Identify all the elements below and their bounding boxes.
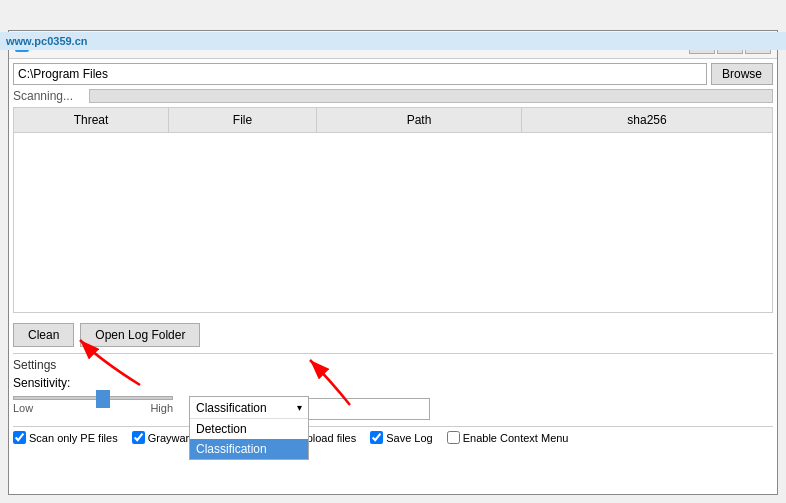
checkbox-context-menu[interactable]: Enable Context Menu [447, 431, 569, 444]
clean-button[interactable]: Clean [13, 323, 74, 347]
action-buttons: Clean Open Log Folder [13, 323, 773, 347]
checkbox-scan-pe-input[interactable] [13, 431, 26, 444]
watermark-text: www.pc0359.cn [6, 35, 88, 47]
path-row: Browse [13, 63, 773, 85]
scanning-label: Scanning... [13, 89, 83, 103]
checkboxes-row: Scan only PE files Grayware Detection Au… [13, 426, 773, 444]
sensitivity-label: Sensitivity: [13, 376, 70, 390]
browse-button[interactable]: Browse [711, 63, 773, 85]
scanning-row: Scanning... [13, 89, 773, 103]
dropdown-item-detection[interactable]: Detection [190, 419, 308, 439]
path-input[interactable] [13, 63, 707, 85]
checkbox-context-menu-input[interactable] [447, 431, 460, 444]
checkbox-scan-pe-label: Scan only PE files [29, 432, 118, 444]
checkbox-save-log-label: Save Log [386, 432, 432, 444]
settings-label: Settings [13, 358, 773, 372]
dropdown-open[interactable]: Classification ▾ Detection Classificatio… [189, 396, 309, 460]
checkbox-context-menu-label: Enable Context Menu [463, 432, 569, 444]
slider-labels: Low High [13, 402, 173, 414]
col-threat: Threat [14, 108, 169, 132]
slider-fill [14, 397, 101, 399]
settings-section: Settings Sensitivity: [13, 353, 773, 420]
slider-thumb[interactable] [96, 390, 110, 408]
slider-track[interactable] [13, 396, 173, 400]
checkbox-save-log-input[interactable] [370, 431, 383, 444]
checkbox-save-log[interactable]: Save Log [370, 431, 432, 444]
slider-high-label: High [150, 402, 173, 414]
table-header: Threat File Path sha256 [13, 107, 773, 133]
sensitivity-slider-section: Low High [13, 396, 173, 414]
watermark-bar: www.pc0359.cn [0, 32, 786, 50]
sensitivity-row: Sensitivity: [13, 376, 773, 390]
slider-low-label: Low [13, 402, 33, 414]
dropdown-selected-text: Classification [196, 401, 267, 415]
table-body [13, 133, 773, 313]
dropdown-selected-item[interactable]: Classification ▾ [190, 397, 308, 419]
dropdown-item-classification[interactable]: Classification [190, 439, 308, 459]
checkbox-scan-pe[interactable]: Scan only PE files [13, 431, 118, 444]
open-log-button[interactable]: Open Log Folder [80, 323, 200, 347]
col-path: Path [317, 108, 522, 132]
col-file: File [169, 108, 317, 132]
chevron-down-icon: ▾ [297, 402, 302, 413]
col-sha256: sha256 [522, 108, 772, 132]
scanning-progress-bar [89, 89, 773, 103]
checkbox-grayware-input[interactable] [132, 431, 145, 444]
